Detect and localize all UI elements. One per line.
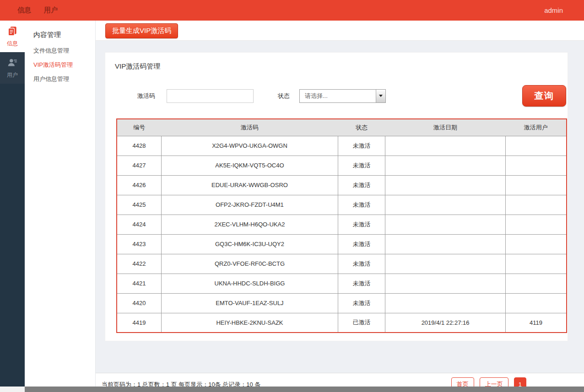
table-cell [505, 195, 567, 215]
table-cell: 未激活 [338, 195, 385, 215]
table-header-row: 编号 激活码 状态 激活日期 激活用户 [117, 119, 567, 136]
top-navbar: 信息 用户 admin [0, 0, 584, 21]
table-cell: 4425 [117, 195, 161, 215]
sidebar-menu: 内容管理 文件信息管理 VIP激活码管理 用户信息管理 [25, 21, 96, 387]
table-cell [505, 136, 567, 156]
documents-icon [6, 31, 18, 38]
panel-title: VIP激活码管理 [115, 62, 568, 71]
header-id: 编号 [117, 119, 161, 136]
app-window: 信息 用户 admin 信息 [0, 0, 584, 392]
nav-item-user[interactable]: 用户 [44, 6, 58, 15]
rail-item-user[interactable]: 用户 [0, 52, 25, 84]
vip-code-table: 编号 激活码 状态 激活日期 激活用户 4428X2G4-WPVO-UKGA-O… [116, 118, 567, 333]
pagination-bar: 当前页码为：1 总页数：1 页 每页显示：10条 总记录：10 条 首页 上一页… [96, 373, 584, 387]
table-body: 4428X2G4-WPVO-UKGA-OWGN未激活4427AK5E-IQKM-… [117, 136, 567, 333]
vip-code-panel: VIP激活码管理 激活码 状态 请选择... 查询 [105, 52, 568, 341]
table-cell: 未激活 [338, 156, 385, 175]
rail-item-label: 用户 [0, 71, 25, 84]
select-dropdown-button[interactable] [376, 90, 385, 102]
batch-generate-button[interactable]: 批量生成VIP激活码 [105, 23, 178, 38]
table-cell [505, 234, 567, 254]
current-user[interactable]: admin [544, 6, 563, 14]
table-cell [385, 175, 505, 195]
table-cell: GQ3C-HM6K-IC3U-UQY2 [161, 234, 338, 254]
sidebar-item-vip-codes[interactable]: VIP激活码管理 [33, 61, 95, 69]
table-cell: 4420 [117, 293, 161, 313]
header-status: 状态 [338, 119, 385, 136]
table-row: 44242XEC-VLHM-H6QO-UKA2未激活 [117, 215, 567, 234]
table-row: 4421UKNA-HHDC-SLDH-BIGG未激活 [117, 274, 567, 293]
main-content: 批量生成VIP激活码 VIP激活码管理 激活码 状态 请选择... 查询 [96, 21, 584, 387]
table-cell: 4422 [117, 254, 161, 274]
table-row: 4426EDUE-URAK-WWGB-OSRO未激活 [117, 175, 567, 195]
icon-rail: 信息 用户 [0, 21, 25, 387]
sidebar-item-user-info[interactable]: 用户信息管理 [33, 75, 95, 83]
rail-item-info[interactable]: 信息 [0, 21, 25, 52]
header-user: 激活用户 [505, 119, 567, 136]
table-cell: EMTO-VAUF-1EAZ-SULJ [161, 293, 338, 313]
horizontal-scrollbar [0, 387, 584, 392]
status-select-value: 请选择... [300, 92, 376, 100]
status-select[interactable]: 请选择... [299, 89, 386, 103]
table-cell: 4119 [505, 313, 567, 333]
activation-code-input[interactable] [167, 89, 254, 103]
table-cell: 未激活 [338, 274, 385, 293]
table-row: 4427AK5E-IQKM-VQT5-OC4O未激活 [117, 156, 567, 175]
chevron-down-icon [379, 95, 383, 97]
table-cell: 4426 [117, 175, 161, 195]
table-row: 4422QRZ0-VFOE-RF0C-BCTG未激活 [117, 254, 567, 274]
table-cell: 4421 [117, 274, 161, 293]
table-cell [385, 156, 505, 175]
table-cell: 未激活 [338, 175, 385, 195]
pager-buttons: 首页 上一页 1 [446, 377, 526, 387]
table-cell: EDUE-URAK-WWGB-OSRO [161, 175, 338, 195]
table-cell: 2019/4/1 22:27:16 [385, 313, 505, 333]
header-code: 激活码 [161, 119, 338, 136]
table-cell: 4419 [117, 313, 161, 333]
table-row: 4419HEIY-HBKE-2KNU-SAZK已激活2019/4/1 22:27… [117, 313, 567, 333]
rail-item-label: 信息 [0, 40, 25, 52]
table-cell: 未激活 [338, 136, 385, 156]
table-cell: 未激活 [338, 234, 385, 254]
table-cell: 4428 [117, 136, 161, 156]
search-form: 激活码 状态 请选择... 查询 [137, 85, 566, 107]
table-cell: HEIY-HBKE-2KNU-SAZK [161, 313, 338, 333]
sidebar-header: 内容管理 [33, 31, 95, 39]
pagination-summary: 当前页码为：1 总页数：1 页 每页显示：10条 总记录：10 条 [102, 381, 260, 387]
prev-page-button[interactable]: 上一页 [480, 377, 508, 387]
table-cell: 已激活 [338, 313, 385, 333]
table-cell [385, 293, 505, 313]
table-cell [385, 136, 505, 156]
table-cell: 未激活 [338, 215, 385, 234]
status-label: 状态 [278, 92, 290, 100]
code-label: 激活码 [137, 92, 155, 100]
table-cell: 4423 [117, 234, 161, 254]
table-cell [385, 195, 505, 215]
table-cell [505, 293, 567, 313]
table-cell [505, 274, 567, 293]
table-cell: AK5E-IQKM-VQT5-OC4O [161, 156, 338, 175]
search-button[interactable]: 查询 [522, 85, 566, 107]
table-row: 4428X2G4-WPVO-UKGA-OWGN未激活 [117, 136, 567, 156]
horizontal-scrollbar-thumb[interactable] [25, 387, 584, 392]
first-page-button[interactable]: 首页 [451, 377, 474, 387]
table-row: 4425OFP2-JKRO-FZDT-U4M1未激活 [117, 195, 567, 215]
table-cell: QRZ0-VFOE-RF0C-BCTG [161, 254, 338, 274]
action-bar: 批量生成VIP激活码 [96, 21, 584, 41]
table-cell [385, 254, 505, 274]
page-1-button[interactable]: 1 [514, 377, 526, 387]
header-date: 激活日期 [385, 119, 505, 136]
table-cell [505, 254, 567, 274]
sidebar-item-file-info[interactable]: 文件信息管理 [33, 47, 95, 55]
table-cell [385, 274, 505, 293]
table-cell: 未激活 [338, 254, 385, 274]
table-cell: 未激活 [338, 293, 385, 313]
table-row: 4423GQ3C-HM6K-IC3U-UQY2未激活 [117, 234, 567, 254]
user-icon [6, 62, 18, 70]
table-cell [505, 175, 567, 195]
nav-item-info[interactable]: 信息 [17, 6, 31, 15]
table-cell [505, 156, 567, 175]
table-row: 4420EMTO-VAUF-1EAZ-SULJ未激活 [117, 293, 567, 313]
table-cell [385, 234, 505, 254]
table-cell: 4424 [117, 215, 161, 234]
